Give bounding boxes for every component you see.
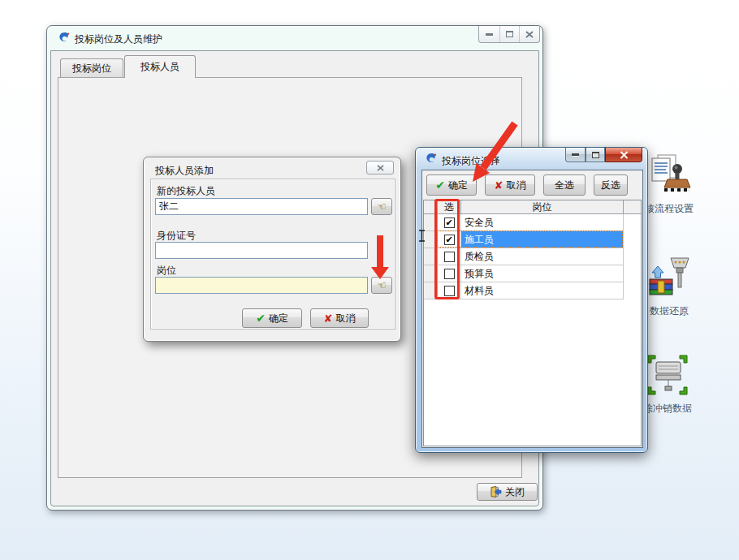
add-person-dialog: 投标人员添加 新的投标人员 ☜ 身份证号 岗位 ☜ ✔ 确定 ✘ 取消 bbox=[143, 157, 401, 342]
minimize-icon[interactable] bbox=[479, 26, 499, 42]
pick-person-button[interactable]: ☜ bbox=[371, 198, 392, 215]
row-indicator bbox=[424, 248, 438, 265]
new-person-input[interactable] bbox=[155, 198, 368, 215]
button-label: 确定 bbox=[448, 179, 468, 192]
button-label: 取消 bbox=[506, 179, 525, 192]
hand-pointer-icon: ☜ bbox=[377, 200, 387, 213]
table-row[interactable]: ✔ 安全员 bbox=[424, 214, 641, 231]
table-row[interactable]: 质检员 bbox=[424, 248, 641, 265]
field-label: 身份证号 bbox=[157, 229, 196, 243]
close-window-button[interactable]: 关闭 bbox=[477, 483, 538, 501]
cross-icon: ✘ bbox=[495, 180, 503, 191]
button-label: 关闭 bbox=[505, 485, 525, 499]
button-label: 取消 bbox=[335, 312, 355, 325]
field-label: 岗位 bbox=[157, 264, 176, 278]
cancel-button[interactable]: ✘ 取消 bbox=[485, 174, 535, 196]
row-indicator bbox=[424, 282, 438, 299]
button-label: 反选 bbox=[601, 179, 620, 192]
desktop: 核流程设置 数据还原 bbox=[0, 0, 739, 560]
row-indicator bbox=[424, 265, 438, 282]
close-icon[interactable] bbox=[605, 148, 642, 162]
position-cell[interactable]: 施工员 bbox=[461, 231, 624, 248]
row-indicator bbox=[424, 231, 438, 248]
checkbox-checked[interactable]: ✔ bbox=[444, 235, 455, 245]
checkbox-cell[interactable] bbox=[438, 248, 461, 265]
exit-door-icon bbox=[490, 486, 502, 498]
audit-flow-settings-icon bbox=[646, 189, 692, 200]
button-label: 确定 bbox=[269, 312, 288, 325]
table-row[interactable]: 预算员 bbox=[424, 265, 641, 282]
checkbox-cell[interactable]: ✔ bbox=[438, 231, 461, 248]
tab-label: 投标人员 bbox=[140, 60, 179, 74]
column-header: 岗位 bbox=[461, 200, 624, 213]
position-input[interactable] bbox=[155, 277, 368, 294]
position-cell[interactable]: 预算员 bbox=[461, 265, 624, 282]
tab-bid-positions[interactable]: 投标岗位 bbox=[60, 58, 123, 78]
checkbox-cell[interactable] bbox=[438, 282, 461, 299]
ok-button[interactable]: ✔ 确定 bbox=[426, 174, 477, 196]
hand-pointer-icon: ☜ bbox=[377, 279, 387, 291]
checkbox-unchecked[interactable] bbox=[444, 269, 455, 279]
check-icon: ✔ bbox=[435, 179, 445, 191]
main-titlebar[interactable]: 投标岗位及人员维护 bbox=[47, 26, 542, 50]
main-window-controls bbox=[478, 26, 540, 43]
row-indicator bbox=[424, 214, 438, 231]
position-cell[interactable]: 质检员 bbox=[461, 248, 624, 265]
data-restore-icon bbox=[646, 291, 692, 303]
position-table-header: 选 岗位 bbox=[424, 200, 641, 214]
position-select-dialog: 投标岗位选择 ✔ 确定 ✘ 取消 全选 反选 选 岗位 bbox=[415, 147, 648, 453]
checkbox-cell[interactable] bbox=[438, 265, 461, 282]
column-header: 选 bbox=[438, 200, 461, 213]
position-table: 选 岗位 ✔ 安全员 ✔ 施工员 质检员 预算员 bbox=[423, 200, 642, 446]
app-logo-icon bbox=[425, 153, 439, 169]
field-label: 新的投标人员 bbox=[157, 184, 215, 198]
position-cell[interactable]: 安全员 bbox=[461, 214, 624, 231]
button-label: 全选 bbox=[555, 179, 574, 192]
add-dialog-controls bbox=[366, 161, 394, 174]
checkbox-checked[interactable]: ✔ bbox=[444, 218, 455, 228]
checkbox-unchecked[interactable] bbox=[444, 252, 455, 262]
minimize-icon[interactable] bbox=[565, 148, 586, 162]
checkbox-unchecked[interactable] bbox=[444, 286, 455, 296]
table-row[interactable]: 材料员 bbox=[424, 282, 641, 299]
check-icon: ✔ bbox=[256, 312, 266, 324]
select-all-button[interactable]: 全选 bbox=[543, 174, 586, 196]
select-dialog-title: 投标岗位选择 bbox=[442, 154, 500, 168]
cancel-button[interactable]: ✘ 取消 bbox=[310, 308, 369, 328]
close-icon[interactable] bbox=[519, 26, 539, 42]
ok-button[interactable]: ✔ 确定 bbox=[242, 308, 302, 328]
tab-bid-personnel[interactable]: 投标人员 bbox=[124, 55, 196, 78]
table-row-selected[interactable]: ✔ 施工员 bbox=[424, 231, 641, 248]
close-icon[interactable] bbox=[367, 162, 393, 174]
maximize-icon[interactable] bbox=[586, 148, 605, 162]
checkbox-cell[interactable]: ✔ bbox=[438, 214, 461, 231]
tab-label: 投标岗位 bbox=[72, 62, 111, 75]
invert-selection-button[interactable]: 反选 bbox=[594, 174, 628, 196]
cross-icon: ✘ bbox=[324, 313, 333, 324]
maximize-icon[interactable] bbox=[499, 26, 520, 42]
pick-position-button[interactable]: ☜ bbox=[371, 277, 392, 294]
main-window-title: 投标岗位及人员维护 bbox=[75, 32, 162, 46]
add-dialog-title: 投标人员添加 bbox=[155, 164, 214, 178]
clear-writeoff-data-icon bbox=[645, 389, 690, 400]
id-number-input[interactable] bbox=[155, 242, 368, 259]
position-cell[interactable]: 材料员 bbox=[461, 282, 624, 299]
row-indicator-header bbox=[424, 200, 438, 213]
app-logo-icon bbox=[58, 32, 71, 48]
